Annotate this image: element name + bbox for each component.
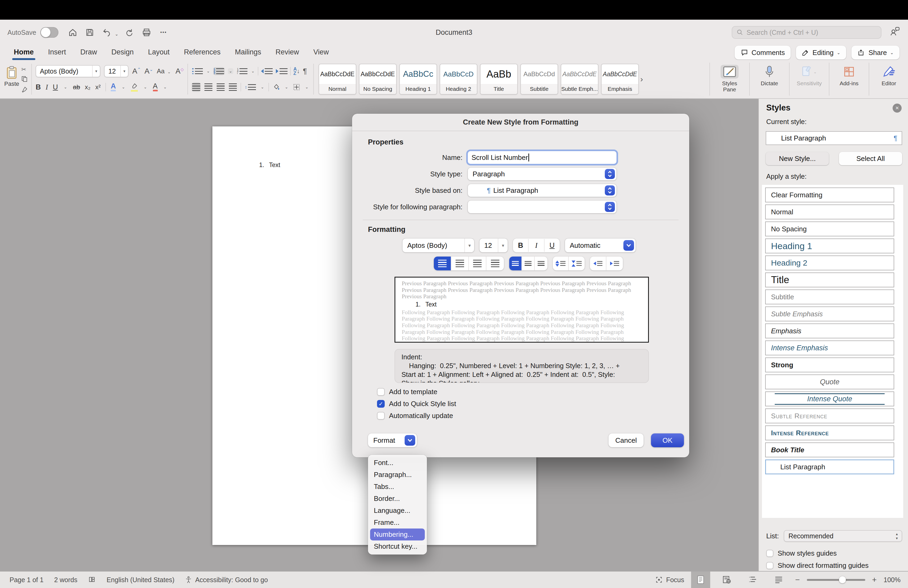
style-type-select[interactable]: Paragraph xyxy=(468,168,617,180)
checkbox[interactable] xyxy=(766,562,773,569)
line-spacing-button[interactable]: ↕ xyxy=(244,83,256,91)
grow-font-button[interactable]: A⌃ xyxy=(132,67,141,76)
tab-mailings[interactable]: Mailings xyxy=(235,48,261,57)
based-on-select[interactable]: ¶List Paragraph xyxy=(468,184,617,197)
font-color-button[interactable]: A xyxy=(153,83,158,91)
dictate-button[interactable]: Dictate xyxy=(755,63,784,86)
gallery-style-subtitle[interactable]: AaBbCcDdSubtitle xyxy=(520,64,558,95)
undo-chevron-icon[interactable]: ⌄ xyxy=(115,32,118,37)
name-input[interactable]: Scroll List Number xyxy=(468,151,617,164)
comments-button[interactable]: Comments xyxy=(735,46,791,60)
font-size-select[interactable]: 12▾ xyxy=(104,65,129,77)
align-left-button[interactable] xyxy=(434,256,451,271)
decrease-indent-button[interactable] xyxy=(261,67,273,75)
tab-draw[interactable]: Draw xyxy=(80,48,97,57)
dialog-font-select[interactable]: Aptos (Body)▼ xyxy=(402,238,474,252)
save-icon[interactable] xyxy=(83,26,97,39)
style-item-quote[interactable]: Quote xyxy=(765,374,894,389)
menu-item-frame[interactable]: Frame... xyxy=(368,517,427,528)
align-center-button[interactable] xyxy=(451,256,469,271)
chevron-down-icon[interactable]: ⌄ xyxy=(64,85,67,90)
add-ins-button[interactable]: Add-ins xyxy=(834,63,864,86)
page-indicator[interactable]: Page 1 of 1 xyxy=(10,576,43,584)
clear-formatting-button[interactable]: A◇ xyxy=(175,67,184,76)
styles-pane-button[interactable]: Styles Pane xyxy=(715,63,744,92)
menu-item-paragraph[interactable]: Paragraph... xyxy=(368,469,427,481)
chevron-down-icon[interactable]: ⌄ xyxy=(305,85,309,90)
style-item-subtle-reference[interactable]: Subtle Reference xyxy=(765,408,894,423)
style-item-heading-2[interactable]: Heading 2 xyxy=(765,256,894,271)
editing-mode-button[interactable]: Editing ⌄ xyxy=(796,46,846,60)
gallery-style-heading-1[interactable]: AaBbCcHeading 1 xyxy=(399,64,437,95)
undo-icon[interactable] xyxy=(100,26,114,39)
align-left-button[interactable] xyxy=(192,82,201,92)
style-item-intense-quote[interactable]: Intense Quote xyxy=(765,391,894,406)
chevron-down-icon[interactable]: ⌄ xyxy=(143,85,147,90)
dialog-size-select[interactable]: 12▼ xyxy=(480,238,508,252)
checkbox[interactable]: ✓ xyxy=(377,400,385,408)
style-item-normal[interactable]: Normal xyxy=(765,205,894,219)
bold-button[interactable]: B xyxy=(35,83,41,91)
tab-home[interactable]: Home xyxy=(14,48,34,57)
chevron-down-icon[interactable]: ⌄ xyxy=(285,85,288,90)
style-item-emphasis[interactable]: Emphasis xyxy=(765,324,894,338)
redo-icon[interactable] xyxy=(123,26,137,39)
menu-item-language[interactable]: Language... xyxy=(368,504,427,517)
gallery-style-title[interactable]: AaBbTitle xyxy=(480,64,518,95)
copy-icon[interactable] xyxy=(21,76,27,84)
font-name-select[interactable]: Aptos (Body)▾ xyxy=(35,65,100,77)
list-filter-select[interactable]: Recommended ▲▼ xyxy=(784,530,902,542)
proofing-icon[interactable] xyxy=(88,576,96,583)
increase-indent-button[interactable] xyxy=(606,256,623,271)
format-menu-button[interactable]: Format xyxy=(368,433,417,447)
checkbox-add-to-quick-style-list[interactable]: ✓Add to Quick Style list xyxy=(377,400,673,408)
tab-references[interactable]: References xyxy=(184,48,221,57)
sort-button[interactable]: AZ↓ xyxy=(293,66,300,76)
font-color-select[interactable]: Automatic xyxy=(565,238,636,252)
style-item-book-title[interactable]: Book Title xyxy=(765,443,894,458)
tab-design[interactable]: Design xyxy=(111,48,134,57)
underline-button[interactable]: U xyxy=(544,239,560,252)
style-item-subtitle[interactable]: Subtitle xyxy=(765,290,894,304)
zoom-slider[interactable] xyxy=(807,579,865,581)
one-half-spacing-button[interactable] xyxy=(522,256,535,271)
checkbox-add-to-template[interactable]: Add to template xyxy=(377,388,673,396)
chevron-down-icon[interactable]: ⌄ xyxy=(164,85,167,90)
style-item-clear-formatting[interactable]: Clear Formatting xyxy=(765,187,894,202)
style-item-strong[interactable]: Strong xyxy=(765,358,894,372)
current-style-box[interactable]: List Paragraph ¶ xyxy=(766,131,902,145)
numbered-list-line[interactable]: 1. Text xyxy=(259,161,280,169)
style-item-no-spacing[interactable]: No Spacing xyxy=(765,221,894,236)
tab-review[interactable]: Review xyxy=(275,48,299,57)
cancel-button[interactable]: Cancel xyxy=(609,433,644,447)
text-effects-button[interactable]: A xyxy=(111,83,116,91)
borders-button[interactable] xyxy=(292,82,301,92)
increase-space-before-button[interactable] xyxy=(553,256,569,271)
select-all-button[interactable]: Select All xyxy=(839,152,902,165)
highlight-button[interactable] xyxy=(131,82,138,92)
bold-button[interactable]: B xyxy=(513,239,529,252)
gallery-more-icon[interactable]: › xyxy=(641,75,643,84)
chevron-down-icon[interactable]: ⌄ xyxy=(251,69,254,74)
web-layout-view-button[interactable] xyxy=(717,572,736,588)
increase-indent-button[interactable] xyxy=(275,67,288,75)
chevron-down-icon[interactable]: ⌄ xyxy=(206,69,210,74)
style-item-list-paragraph[interactable]: List Paragraph xyxy=(765,459,894,474)
underline-button[interactable]: U xyxy=(53,83,58,91)
strikethrough-button[interactable]: ab xyxy=(73,84,80,91)
shading-button[interactable] xyxy=(272,82,281,92)
format-painter-icon[interactable] xyxy=(21,86,27,94)
editor-button[interactable]: Editor xyxy=(874,63,904,86)
focus-button[interactable]: Focus xyxy=(655,576,684,584)
gallery-style-emphasis[interactable]: AaBbCcDdEEmphasis xyxy=(601,64,639,95)
show-styles-guides-checkbox[interactable]: Show styles guides xyxy=(766,549,837,557)
tab-view[interactable]: View xyxy=(313,48,329,57)
tab-layout[interactable]: Layout xyxy=(148,48,170,57)
change-case-button[interactable]: Aa ⌄ xyxy=(157,68,172,75)
align-center-button[interactable] xyxy=(204,82,213,92)
chevron-down-icon[interactable]: ⌄ xyxy=(122,85,125,90)
italic-button[interactable]: I xyxy=(46,83,48,91)
draft-view-button[interactable] xyxy=(769,572,788,588)
gallery-style-heading-2[interactable]: AaBbCcDHeading 2 xyxy=(440,64,477,95)
subscript-button[interactable]: x₂ xyxy=(85,84,90,91)
